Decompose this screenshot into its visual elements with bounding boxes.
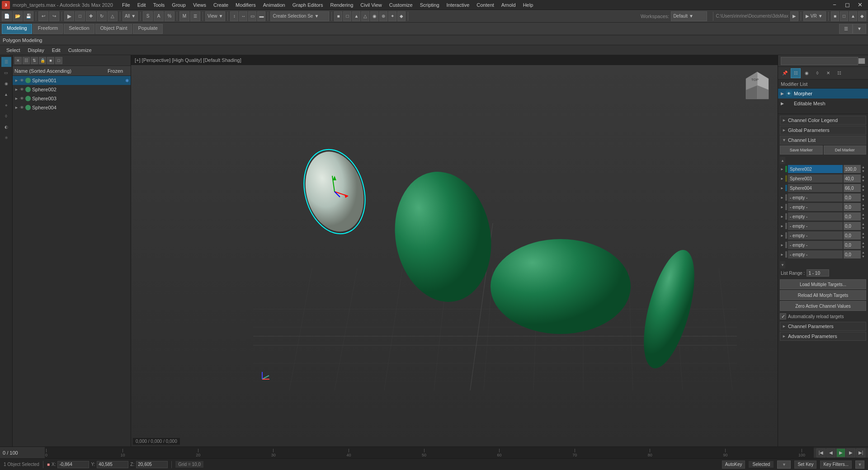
vr-button[interactable]: ▶ VR ▼ [803,11,826,21]
object-color-swatch[interactable] [858,58,865,64]
tab-populate[interactable]: Populate [133,24,162,34]
select-object-button[interactable]: ▶ [64,11,74,21]
remove-modifier-button[interactable]: ✕ [823,68,833,78]
redo-button[interactable]: ↪ [49,11,59,21]
channel-name-4[interactable]: - empty - [788,203,843,211]
channel-expand-5[interactable]: ► [780,212,784,221]
snap-toggle-button[interactable]: S [143,11,153,21]
timeline-tick-10[interactable]: 10 [121,447,125,458]
nav-cube[interactable]: TOP [741,70,773,101]
channel-down-3[interactable]: ▼ [862,197,866,202]
tb-btn-1[interactable]: ↕ [230,11,238,21]
channel-expand-3[interactable]: ► [780,193,784,202]
hierarchy-button[interactable]: ◊ [1,111,11,121]
channel-name-3[interactable]: - empty - [788,193,843,202]
scene-options2[interactable]: □ [55,57,62,64]
global-parameters-header[interactable]: ► Global Parameters [780,126,866,135]
timeline-tick-90[interactable]: 90 [723,447,727,458]
menu-item-graph-editors[interactable]: Graph Editors [289,1,327,9]
channel-up-2[interactable]: ▲ [862,184,866,188]
channel-scroll-up[interactable]: ▲ [780,157,785,164]
timeline-tick-70[interactable]: 70 [572,447,577,458]
minimize-button[interactable]: − [828,0,841,10]
pin-stack-button[interactable]: 📌 [780,68,790,78]
sphere001-object[interactable] [295,142,374,240]
next-frame-button[interactable]: ▶ [846,448,855,457]
scene-filter-button[interactable]: ☷ [23,57,30,64]
show-result-button[interactable]: ◉ [802,68,811,78]
menu-item-help[interactable]: Help [519,1,537,9]
channel-expand-1[interactable]: ► [780,174,784,183]
scene-item-sphere003[interactable]: ► 👁 Sphere003 [13,94,131,103]
extra-btn-2[interactable]: □ [343,11,351,21]
menu-item-file[interactable]: File [118,1,134,9]
timeline-tick-50[interactable]: 50 [422,447,426,458]
channel-up-9[interactable]: ▲ [862,250,866,254]
modifier-editable-mesh[interactable]: ▶ Editable Mesh [778,99,868,108]
menu-item-customize[interactable]: Customize [386,1,416,9]
extra-btn-6[interactable]: ⊕ [379,11,387,21]
timeline-tick-60[interactable]: 60 [497,447,502,458]
modify-panel-button[interactable]: ☷ [791,68,801,78]
scene-item-sphere002[interactable]: ► 👁 Sphere002 [13,85,131,94]
icon-btn-3[interactable]: ▲ [849,11,857,21]
workspace-dropdown[interactable]: Default ▼ [671,11,707,21]
vp-quality-label[interactable]: [High Quality] [172,57,202,63]
channel-down-8[interactable]: ▼ [862,245,866,249]
tab-selection[interactable]: Selection [64,24,94,34]
move-button[interactable]: ✚ [86,11,96,21]
restore-button[interactable]: ◻ [841,0,854,10]
save-marker-button[interactable]: Save Marker [780,146,823,155]
vp-shading-label[interactable]: [Default Shading] [203,57,241,63]
menu-item-scripting[interactable]: Scripting [416,1,443,9]
x-coord-input[interactable] [57,461,89,468]
channel-name-9[interactable]: - empty - [788,250,843,258]
channel-scroll-down[interactable]: ▼ [780,261,785,268]
tb-btn-2[interactable]: ↔ [239,11,247,21]
channel-expand-2[interactable]: ► [780,183,784,193]
channel-up-6[interactable]: ▲ [862,222,866,226]
icon-btn-2[interactable]: □ [840,11,848,21]
vp-perspective-label[interactable]: [Perspective] [142,57,171,63]
extra-btn-7[interactable]: ✦ [388,11,396,21]
channel-expand-4[interactable]: ► [780,202,784,212]
menu-item-civil-view[interactable]: Civil View [357,1,385,9]
rotate-button[interactable]: ↻ [97,11,107,21]
menu-item-edit[interactable]: Edit [134,1,150,9]
create-selection-dropdown[interactable]: Create Selection Se ▼ [270,11,329,21]
menu-item-rendering[interactable]: Rendering [327,1,357,9]
modify-button[interactable]: ⋄ [1,100,11,110]
channel-name-6[interactable]: - empty - [788,222,843,230]
icon-btn-1[interactable]: ■ [831,11,839,21]
menu2-item-customize[interactable]: Customize [65,47,95,54]
timeline-tick-80[interactable]: 80 [648,447,652,458]
menu2-item-select[interactable]: Select [3,47,24,54]
tab-freeform[interactable]: Freeform [33,24,63,34]
view-dropdown[interactable]: View ▼ [205,11,225,21]
channel-down-6[interactable]: ▼ [862,226,866,230]
channel-up-7[interactable]: ▲ [862,231,866,235]
vp-plus-label[interactable]: [+] [135,57,141,63]
list-range-input[interactable] [807,269,829,277]
channel-expand-6[interactable]: ► [780,221,784,230]
viewport[interactable]: [+] [Perspective] [High Quality] [Defaul… [131,55,778,446]
auto-reload-checkbox[interactable]: ✓ [780,313,786,320]
channel-name-0[interactable]: Sphere002 [788,165,843,173]
select-region-button[interactable]: □ [75,11,85,21]
channel-color-legend-header[interactable]: ► Channel Color Legend [780,116,866,125]
scene-sort-button[interactable]: ⇅ [31,57,38,64]
load-multiple-targets-button[interactable]: Load Multiple Targets... [780,279,866,289]
scene-item-eye-icon[interactable]: 👁 [20,78,24,83]
make-unique-button[interactable]: ◊ [812,68,822,78]
channel-name-2[interactable]: Sphere004 [788,184,843,192]
undo-button[interactable]: ↩ [38,11,48,21]
set-key-button[interactable]: Set Key [794,461,816,469]
icon-btn-4[interactable]: ◆ [858,11,866,21]
channel-expand-9[interactable]: ► [780,250,784,259]
configure-modifier-sets[interactable]: ☷ [834,68,844,78]
menu-item-animation[interactable]: Animation [259,1,289,9]
scene-item-eye-icon[interactable]: 👁 [20,96,24,101]
channel-down-7[interactable]: ▼ [862,235,866,240]
key-filters-button[interactable]: Key Filters... [820,461,852,469]
modifier-morpher[interactable]: ▶ 👁 Morpher [778,89,868,99]
